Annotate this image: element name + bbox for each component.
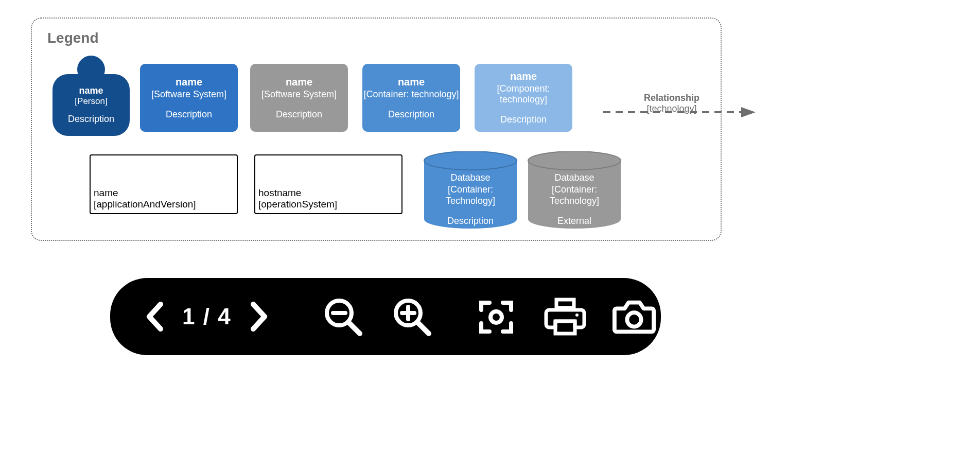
- person-name: name: [52, 85, 130, 96]
- legend-title: Legend: [47, 30, 99, 46]
- zoom-out-button[interactable]: [321, 295, 364, 338]
- ss-external-name: name: [250, 76, 348, 88]
- legend-database-internal: Database [Container: Technology] Descrip…: [423, 151, 518, 229]
- page-total: 4: [218, 304, 231, 329]
- legend-panel: Legend name [Person] Description name [S…: [31, 18, 722, 241]
- page-current: 1: [182, 304, 196, 329]
- container-name: name: [362, 76, 460, 88]
- host-name: hostname: [258, 187, 301, 198]
- viewer-toolbar: 1 / 4: [110, 278, 661, 355]
- container-desc: Description: [362, 109, 460, 120]
- relationship-name: Relationship: [644, 93, 699, 103]
- legend-software-system-internal: name [Software System] Description: [140, 64, 238, 132]
- instance-name: name: [94, 187, 118, 198]
- host-label: hostname [operationSystem]: [258, 187, 337, 210]
- svg-point-20: [575, 313, 579, 317]
- ss-external-desc: Description: [250, 109, 348, 120]
- db-internal-type: [Container: Technology]: [423, 184, 518, 207]
- person-type: [Person]: [52, 96, 130, 107]
- db-internal-desc: Description: [423, 215, 518, 227]
- printer-icon: [544, 297, 586, 337]
- db-external-desc: External: [527, 215, 622, 227]
- svg-rect-18: [556, 300, 574, 308]
- svg-point-17: [491, 311, 502, 323]
- person-desc: Description: [52, 114, 130, 125]
- person-head-icon: [77, 56, 105, 83]
- diagram-canvas: Legend name [Person] Description name [S…: [0, 0, 980, 453]
- legend-component: name [Component: technology] Description: [475, 64, 572, 132]
- legend-host-box: hostname [operationSystem]: [254, 154, 402, 214]
- zoom-out-icon: [323, 297, 363, 337]
- camera-icon: [612, 298, 656, 335]
- legend-instance-box: name [applicationAndVersion]: [90, 154, 238, 214]
- prev-page-button[interactable]: [134, 295, 177, 338]
- db-external-label: Database [Container: Technology] Externa…: [527, 172, 622, 226]
- zoom-in-icon: [392, 297, 432, 337]
- legend-person: name [Person] Description: [52, 56, 130, 136]
- page-nav-group: 1 / 4: [134, 295, 280, 338]
- svg-point-21: [627, 312, 641, 326]
- db-external-name: Database: [527, 172, 622, 184]
- svg-marker-1: [741, 107, 756, 117]
- container-type: [Container: technology]: [362, 89, 460, 100]
- page-sep: /: [196, 304, 218, 329]
- fit-screen-button[interactable]: [475, 295, 518, 338]
- page-indicator: 1 / 4: [182, 304, 232, 329]
- instance-type: [applicationAndVersion]: [94, 199, 196, 210]
- person-body: name [Person] Description: [52, 74, 130, 136]
- ss-internal-desc: Description: [140, 109, 238, 120]
- svg-line-14: [417, 322, 429, 334]
- ss-internal-type: [Software System]: [140, 89, 238, 100]
- chevron-left-icon: [144, 301, 167, 332]
- component-desc: Description: [475, 114, 572, 125]
- svg-line-11: [348, 322, 360, 334]
- legend-relationship: Relationship [technology]: [603, 107, 756, 128]
- instance-label: name [applicationAndVersion]: [94, 187, 196, 210]
- next-page-button[interactable]: [237, 295, 280, 338]
- db-external-type: [Container: Technology]: [527, 184, 622, 207]
- zoom-in-button[interactable]: [390, 295, 433, 338]
- legend-container: name [Container: technology] Description: [362, 64, 460, 132]
- db-internal-label: Database [Container: Technology] Descrip…: [423, 172, 518, 226]
- chevron-right-icon: [247, 301, 270, 332]
- focus-frame-icon: [476, 297, 516, 337]
- component-name: name: [475, 71, 572, 82]
- screenshot-button[interactable]: [612, 295, 656, 338]
- print-button[interactable]: [544, 295, 587, 338]
- dashed-arrow-icon: [603, 107, 756, 119]
- ss-external-type: [Software System]: [250, 89, 348, 100]
- svg-rect-19: [555, 321, 575, 334]
- host-type: [operationSystem]: [258, 199, 337, 210]
- db-internal-name: Database: [423, 172, 518, 184]
- legend-software-system-external: name [Software System] Description: [250, 64, 348, 132]
- ss-internal-name: name: [140, 76, 238, 88]
- legend-database-external: Database [Container: Technology] Externa…: [527, 151, 622, 229]
- component-type: [Component: technology]: [475, 83, 572, 105]
